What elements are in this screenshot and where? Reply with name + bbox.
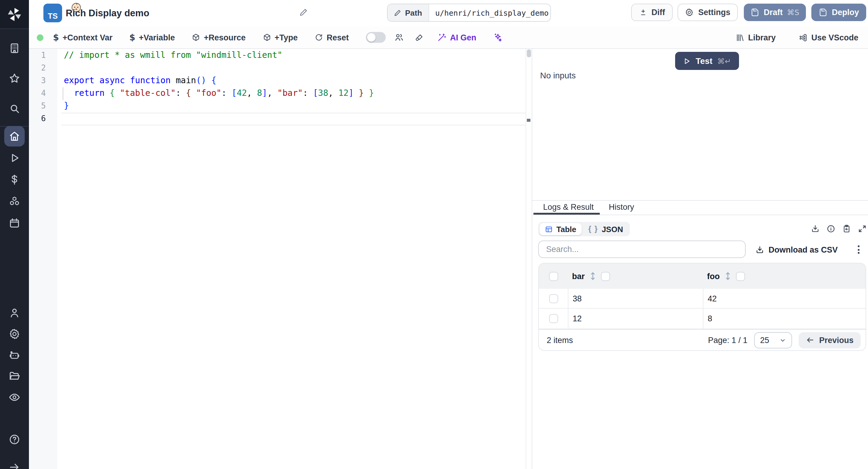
download-csv-button[interactable]: Download as CSV	[755, 242, 838, 257]
ai-gen-button[interactable]: AI Gen	[437, 33, 476, 42]
path-editor[interactable]: Path u/henri/rich_display_demo	[387, 4, 551, 22]
diff-mode-toggle[interactable]	[366, 32, 385, 43]
windmill-logo[interactable]	[0, 0, 29, 29]
sidebar-item-schedules[interactable]	[4, 213, 25, 233]
dollar-icon: $	[129, 33, 135, 42]
help-icon	[8, 433, 21, 445]
editor-scrollbar-track	[526, 49, 526, 469]
add-variable-button[interactable]: $ +Variable	[129, 33, 175, 42]
arrow-right-icon	[8, 461, 21, 469]
sidebar-item-settings[interactable]	[4, 324, 25, 344]
previous-page-button[interactable]: Previous	[799, 332, 861, 348]
test-button[interactable]: Test ⌘↵	[675, 52, 739, 70]
sidebar-collapse-toggle[interactable]	[4, 457, 25, 469]
diff-icon	[639, 8, 647, 17]
table-view-button[interactable]: Table	[539, 223, 582, 235]
code-content[interactable]: // import * as wmill from "windmill-clie…	[64, 49, 374, 125]
code-line[interactable]	[64, 61, 374, 74]
tab-logs-result[interactable]: Logs & Result	[543, 202, 594, 212]
header: TS Rich Display demo Path u/henri/rich_d…	[29, 0, 868, 27]
eye-icon	[8, 391, 21, 403]
download-result-icon[interactable]	[811, 224, 820, 233]
building-icon	[8, 42, 21, 54]
home-icon	[8, 130, 21, 142]
page-size-value: 25	[760, 336, 769, 345]
editor-scrollbar-thumb[interactable]	[527, 50, 531, 57]
json-view-label: JSON	[601, 224, 623, 233]
add-context-var-button[interactable]: $ +Context Var	[53, 33, 113, 42]
table-options-kebab-icon[interactable]	[853, 244, 864, 256]
sidebar-item-variables[interactable]	[4, 169, 25, 190]
edit-summary-pencil-icon[interactable]	[299, 8, 308, 17]
column-header-foo[interactable]: foo	[707, 272, 720, 281]
sidebar-item-runs[interactable]	[4, 148, 25, 168]
draft-button[interactable]: Draft ⌘S	[744, 4, 806, 21]
windmill-pinwheel-icon	[7, 6, 22, 22]
settings-button[interactable]: Settings	[678, 4, 738, 21]
sidebar-item-help[interactable]	[4, 429, 25, 450]
row-checkbox[interactable]	[549, 294, 558, 303]
ai-assistant-button[interactable]	[493, 33, 503, 42]
add-type-button[interactable]: +Type	[262, 33, 298, 42]
table-search[interactable]	[538, 241, 746, 258]
format-code-button[interactable]	[414, 33, 424, 42]
library-button[interactable]: Library	[735, 33, 776, 42]
sidebar-item-home[interactable]	[4, 126, 25, 147]
code-line[interactable]: return { "table-col": { "foo": [42, 8], …	[64, 87, 374, 100]
package-icon	[192, 33, 200, 41]
code-line[interactable]: // import * as wmill from "windmill-clie…	[64, 49, 374, 61]
sort-icon[interactable]	[725, 272, 731, 280]
column-filter-checkbox-foo[interactable]	[736, 272, 745, 281]
settings-label: Settings	[698, 8, 731, 17]
sidebar-item-resources[interactable]	[4, 191, 25, 212]
sidebar-item-users[interactable]	[4, 303, 25, 323]
tab-history[interactable]: History	[609, 202, 634, 212]
reset-button[interactable]: Reset	[315, 33, 349, 42]
panel-divider	[532, 200, 868, 201]
deploy-button[interactable]: Deploy	[811, 4, 866, 21]
test-label: Test	[695, 56, 712, 66]
cell-bar: 12	[572, 314, 582, 323]
column-header-bar[interactable]: bar	[572, 272, 585, 281]
collaborators-button[interactable]	[394, 33, 404, 42]
search-input[interactable]	[546, 245, 727, 254]
diff-button[interactable]: Diff	[631, 4, 673, 21]
language-label: TS	[48, 11, 58, 21]
sidebar-item-folders[interactable]	[4, 366, 25, 386]
copy-to-clipboard-icon[interactable]	[842, 224, 851, 233]
pencil-icon	[394, 9, 401, 17]
sidebar-item-workers[interactable]	[4, 345, 25, 365]
code-line[interactable]: }	[64, 100, 374, 113]
download-icon	[755, 245, 764, 254]
json-view-button[interactable]: { } JSON	[583, 223, 628, 235]
path-button[interactable]: Path	[388, 4, 429, 21]
cell-bar: 38	[572, 294, 582, 303]
calendar-icon	[8, 217, 21, 229]
code-line[interactable]	[64, 113, 374, 125]
code-editor[interactable]: 123456 // import * as wmill from "windmi…	[29, 49, 531, 469]
use-vscode-button[interactable]: Use VScode	[799, 33, 858, 42]
line-number: 1	[29, 49, 57, 61]
add-resource-label: +Resource	[204, 33, 246, 42]
row-checkbox[interactable]	[549, 314, 558, 323]
dollar-icon	[8, 174, 21, 186]
info-icon[interactable]	[827, 224, 835, 233]
table-row[interactable]: 12 8	[539, 309, 866, 329]
path-value: u/henri/rich_display_demo	[429, 4, 549, 21]
sidebar-item-workspace[interactable]	[4, 38, 25, 59]
page-size-select[interactable]: 25	[754, 332, 792, 348]
sidebar-item-favorites[interactable]	[4, 68, 25, 89]
add-resource-button[interactable]: +Resource	[192, 33, 246, 42]
result-view-toggle: Table { } JSON	[538, 222, 629, 236]
select-all-checkbox[interactable]	[549, 272, 558, 281]
sort-icon[interactable]	[590, 272, 595, 280]
code-line[interactable]: export async function main() {	[64, 74, 374, 87]
table-row[interactable]: 38 42	[539, 289, 866, 309]
column-filter-checkbox-bar[interactable]	[601, 272, 610, 281]
status-dot	[37, 34, 43, 41]
sidebar-item-audit-logs[interactable]	[4, 387, 25, 408]
path-label: Path	[405, 8, 422, 17]
test-shortcut: ⌘↵	[717, 56, 731, 65]
expand-fullscreen-icon[interactable]	[858, 224, 867, 233]
sidebar-item-search[interactable]	[4, 98, 25, 119]
